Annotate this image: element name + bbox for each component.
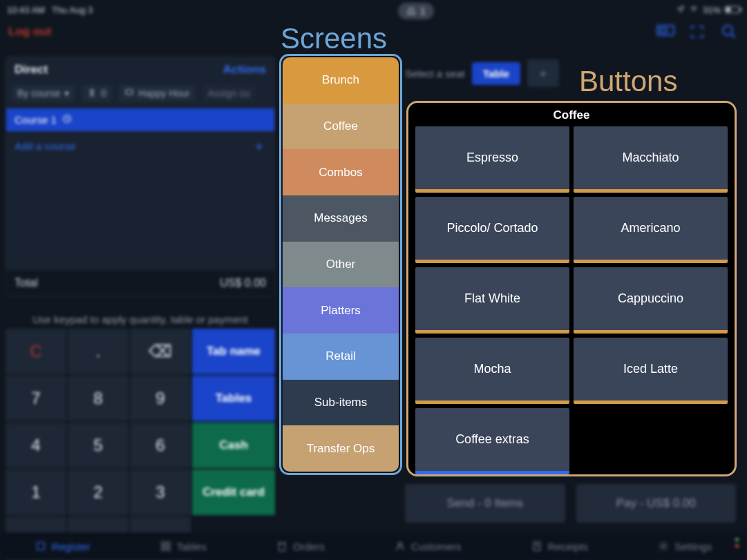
screen-brunch[interactable]: Brunch xyxy=(283,57,399,104)
screen-other[interactable]: Other xyxy=(283,242,399,288)
screen-transfer-ops[interactable]: Transfer Ops xyxy=(283,425,399,472)
status-bar: 10:43 AM Thu Aug 3 31% xyxy=(0,0,747,17)
nav-settings[interactable]: Settings xyxy=(658,541,712,552)
product-espresso[interactable]: Espresso xyxy=(415,126,569,193)
svg-rect-5 xyxy=(37,543,44,550)
nav-receipts[interactable]: Receipts xyxy=(531,541,588,552)
notification-count: 1 xyxy=(420,6,426,17)
buttons-panel-title: Coffee xyxy=(415,107,728,126)
nav-orders[interactable]: Orders xyxy=(276,541,325,552)
svg-point-12 xyxy=(662,545,665,548)
product-flat-white[interactable]: Flat White xyxy=(415,267,569,334)
nav-tables[interactable]: Tables xyxy=(160,541,207,552)
screen-combos[interactable]: Combos xyxy=(283,149,399,195)
screens-column: BrunchCoffeeCombosMessagesOtherPlattersR… xyxy=(279,54,402,475)
product-coffee-extras[interactable]: Coffee extras xyxy=(415,408,569,474)
nav-register[interactable]: Register xyxy=(35,541,91,552)
svg-point-10 xyxy=(398,543,401,546)
logout-button[interactable]: Log out xyxy=(8,25,51,39)
svg-rect-8 xyxy=(162,547,165,550)
screen-sub-items[interactable]: Sub-items xyxy=(283,380,399,426)
buttons-panel: Coffee EspressoMacchiatoPiccolo/ Cortado… xyxy=(406,101,737,476)
wifi-icon xyxy=(689,5,699,15)
product-iced-latte[interactable]: Iced Latte xyxy=(574,338,728,404)
nav-customers[interactable]: Customers xyxy=(395,541,462,552)
notification-pill[interactable]: 1 xyxy=(398,3,434,19)
svg-rect-1 xyxy=(660,28,667,32)
bottom-nav: Register Tables Orders Customers Receipt… xyxy=(0,532,747,560)
product-cappuccino[interactable]: Cappuccino xyxy=(574,267,728,334)
battery-pct: 31% xyxy=(703,5,721,15)
overlay-label-screens: Screens xyxy=(281,22,387,55)
svg-point-2 xyxy=(723,26,732,35)
search-icon[interactable] xyxy=(719,22,739,41)
scan-icon[interactable] xyxy=(688,22,707,41)
status-date: Thu Aug 3 xyxy=(52,5,93,15)
overlay-label-buttons: Buttons xyxy=(579,65,677,98)
product-americano[interactable]: Americano xyxy=(574,197,728,263)
location-icon xyxy=(677,5,685,15)
product-piccolo-cortado[interactable]: Piccolo/ Cortado xyxy=(415,197,569,263)
svg-rect-7 xyxy=(167,542,170,545)
screen-messages[interactable]: Messages xyxy=(283,195,399,242)
product-macchiato[interactable]: Macchiato xyxy=(574,126,728,193)
product-empty xyxy=(574,408,728,474)
status-time: 10:43 AM xyxy=(7,5,45,15)
screen-retail[interactable]: Retail xyxy=(283,334,399,380)
status-dots xyxy=(735,538,739,548)
screen-coffee[interactable]: Coffee xyxy=(283,104,399,150)
product-mocha[interactable]: Mocha xyxy=(415,338,569,404)
svg-rect-9 xyxy=(167,547,170,550)
battery-icon xyxy=(725,6,740,13)
cash-drawer-icon[interactable] xyxy=(656,22,675,41)
svg-rect-6 xyxy=(162,542,165,545)
screen-platters[interactable]: Platters xyxy=(283,287,399,334)
